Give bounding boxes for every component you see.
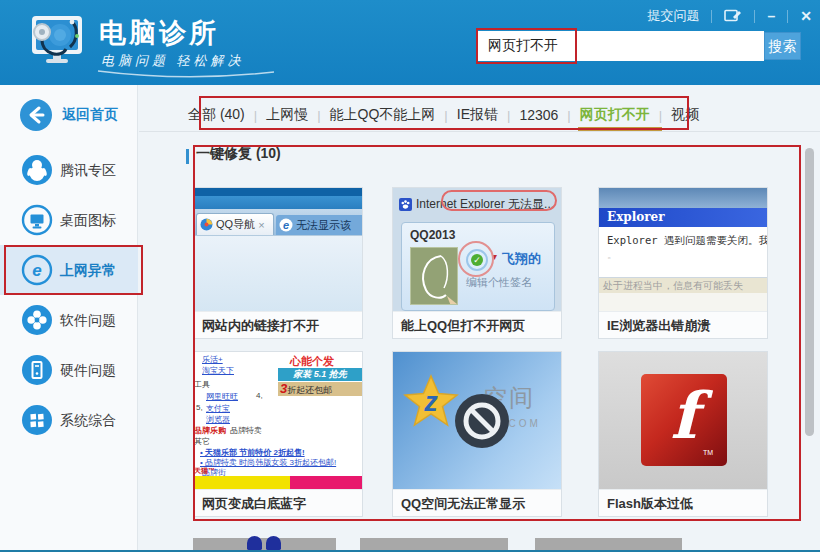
magenta-strip — [290, 476, 362, 489]
qq-window: QQ2013 ✓ ▾ 飞翔的 编辑个性签名 — [401, 222, 555, 311]
card-thumbnail: QQ导航 × e 无法显示该 — [194, 188, 362, 311]
red-link-text: 品牌乐购 — [194, 425, 226, 436]
monitor-icon — [21, 204, 53, 236]
sidebar-item-label: 系统综合 — [60, 395, 116, 445]
tab-ie-error[interactable]: IE报错 — [457, 106, 498, 124]
tab-qq-ok-no-web[interactable]: 能上QQ不能上网 — [330, 106, 436, 124]
card-qq-ok-no-web[interactable]: Internet Explorer 无法显... QQ2013 ✓ ▾ 飞翔的 — [392, 187, 562, 339]
header: 电脑诊所 电脑问题 轻松解决 提交问题 – ✕ 搜索 — [0, 0, 820, 85]
error-dialog-text: Explorer 遇到问题需要关闭。我 — [607, 233, 759, 247]
flash-tm-label: TM — [703, 449, 713, 456]
card-white-bg-blue-text[interactable]: 乐活+ 淘宝天下 工具 网里旺旺 4, 5, 支付宝 浏览器 品牌乐购 品牌特卖… — [193, 351, 363, 517]
sidebar-item-label: 腾讯专区 — [60, 145, 116, 195]
qq-signature-label: 编辑个性签名 — [466, 275, 532, 290]
sidebar-item-label: 上网异常 — [60, 245, 116, 295]
plain-text: 5, — [196, 403, 203, 412]
filter-tab-bar: 全部 (40) | 上网慢 | 能上QQ不能上网 | IE报错 | 12306 … — [188, 103, 699, 127]
sidebar-item-software-issues[interactable]: 软件问题 — [0, 295, 138, 345]
dropdown-arrow-icon: ▾ — [492, 251, 497, 262]
card-flash-outdated[interactable]: f TM Flash版本过低 — [598, 351, 768, 517]
section-accent-bar — [186, 149, 189, 164]
tab-separator: | — [659, 108, 662, 123]
submit-question-link[interactable]: 提交问题 — [647, 7, 699, 25]
app-title: 电脑诊所 — [99, 15, 219, 51]
card-caption: 网站内的链接打不开 — [194, 311, 362, 338]
error-dialog-text-faded: 。 — [607, 247, 759, 261]
qzone-star-icon: z — [403, 374, 459, 428]
search-input[interactable] — [478, 31, 764, 61]
card-website-links-wont-open[interactable]: QQ导航 × e 无法显示该 网站内的链接打不开 — [193, 187, 363, 339]
tab-separator: | — [444, 108, 447, 123]
sidebar-item-tencent-zone[interactable]: 腾讯专区 — [0, 145, 138, 195]
selected-tab-underline — [578, 127, 662, 131]
topbar-separator — [711, 10, 712, 23]
paw-icon — [399, 198, 412, 211]
search-button[interactable]: 搜索 — [764, 32, 801, 60]
qq-online-status-badge: ✓ — [466, 249, 488, 271]
tab-separator: | — [567, 108, 570, 123]
card-thumbnail: f TM — [599, 352, 767, 489]
link-text: 支付宝 — [206, 403, 230, 414]
card-thumbnail: 空间 E.COM z — [393, 352, 561, 489]
windows-logo-icon — [21, 404, 53, 436]
card-qzone-display-issue[interactable]: 空间 E.COM z QQ空间无法正常显示 — [392, 351, 562, 517]
penguin-shape — [266, 536, 281, 550]
tab-webpage-wont-open[interactable]: 网页打不开 — [580, 106, 650, 124]
link-text: 乐活+ — [202, 354, 223, 365]
tab-slow-internet[interactable]: 上网慢 — [266, 106, 308, 124]
plain-text: 品牌特卖 — [230, 425, 262, 436]
sidebar-item-label: 软件问题 — [60, 295, 116, 345]
topbar-separator — [754, 10, 755, 23]
card-ie-crash[interactable]: Explorer Explorer 遇到问题需要关闭。我 。 处于进程当中，信息… — [598, 187, 768, 339]
software-flower-icon — [21, 304, 53, 336]
browser-tab-cannot-display: e 无法显示该 — [276, 215, 362, 235]
computer-tower-icon — [21, 354, 53, 386]
tab-video[interactable]: 视频 — [671, 106, 699, 124]
promo-banner2: 3折起还包邮 — [278, 382, 362, 396]
flash-f-letter: f — [641, 370, 727, 462]
qq-window-title: QQ2013 — [410, 228, 455, 242]
tagline-swoosh — [96, 68, 276, 80]
back-to-home-button[interactable]: 返回首页 — [0, 95, 138, 135]
plain-text: 其它 — [194, 436, 210, 447]
qq-nav-compass-icon — [200, 218, 213, 231]
card-thumbnail: Internet Explorer 无法显... QQ2013 ✓ ▾ 飞翔的 — [393, 188, 561, 311]
link-text: 网里旺旺 — [206, 391, 238, 402]
tab-12306[interactable]: 12306 — [519, 107, 558, 123]
card-caption: 能上QQ但打不开网页 — [393, 311, 561, 338]
browser-tab-qq-nav: QQ导航 × — [196, 213, 274, 235]
sidebar-item-internet-abnormal[interactable]: e 上网异常 — [0, 245, 138, 295]
tab-all[interactable]: 全部 (40) — [188, 106, 245, 124]
flash-logo: f TM — [641, 374, 727, 466]
svg-text:e: e — [283, 219, 289, 231]
sidebar-item-label: 硬件问题 — [60, 345, 116, 395]
link-text: 浏览器 — [206, 414, 230, 425]
vertical-scrollbar-thumb[interactable] — [805, 148, 814, 436]
next-row-thumbnail-top — [360, 538, 508, 550]
red-text: 天猫™ — [194, 466, 215, 476]
back-arrow-icon — [18, 97, 54, 133]
ie-tab-icon: e — [279, 218, 293, 232]
promo-text: 心能个发 — [290, 354, 334, 369]
tabbar-divider — [139, 131, 820, 132]
promo-banner: 家装 5.1 抢先 — [278, 368, 362, 381]
minimize-button[interactable]: – — [767, 8, 775, 24]
svg-text:e: e — [32, 261, 41, 280]
plain-text: 工具 — [194, 379, 210, 390]
close-button[interactable]: ✕ — [800, 8, 812, 24]
tab-qq-nav-label: QQ导航 — [216, 217, 255, 232]
avatar-sketch — [410, 247, 458, 305]
sidebar-item-hardware-issues[interactable]: 硬件问题 — [0, 345, 138, 395]
card-thumbnail: 乐活+ 淘宝天下 工具 网里旺旺 4, 5, 支付宝 浏览器 品牌乐购 品牌特卖… — [194, 352, 362, 489]
feedback-icon[interactable] — [724, 8, 742, 24]
svg-text:z: z — [423, 387, 438, 417]
sidebar: 返回首页 腾讯专区 桌面图标 e — [0, 85, 138, 552]
section-title: 一键修复 (10) — [196, 145, 281, 163]
app-window: 电脑诊所 电脑问题 轻松解决 提交问题 – ✕ 搜索 — [0, 0, 820, 552]
tab-cannot-display-label: 无法显示该 — [296, 218, 351, 233]
error-dialog-title: Explorer — [599, 208, 767, 227]
sidebar-item-desktop-icons[interactable]: 桌面图标 — [0, 195, 138, 245]
card-thumbnail: Explorer Explorer 遇到问题需要关闭。我 。 处于进程当中，信息… — [599, 188, 767, 311]
tab-separator: | — [507, 108, 510, 123]
sidebar-item-system-misc[interactable]: 系统综合 — [0, 395, 138, 445]
